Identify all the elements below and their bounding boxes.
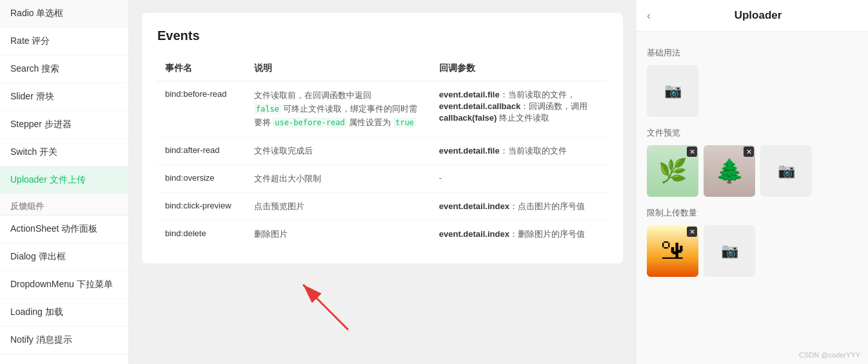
callback-after-read: event.detail.file：当前读取的文件 [431, 137, 607, 165]
palm-icon: 🌿 [658, 157, 687, 185]
preview-upload-placeholder[interactable]: 📷 [760, 145, 812, 197]
sidebar-section-feedback: 反馈组件 [0, 194, 128, 216]
close-tree-button[interactable]: ✕ [744, 147, 754, 157]
preview-pyramid-image[interactable]: ✕ 🏜 [647, 225, 698, 277]
sidebar-item-stepper[interactable]: Stepper 步进器 [0, 111, 128, 139]
col-header-callback: 回调参数 [431, 56, 607, 81]
callback-click-preview: event.detail.index：点击图片的序号值 [431, 193, 607, 221]
svg-line-1 [303, 285, 348, 330]
col-header-event: 事件名 [157, 56, 246, 81]
limit-upload-placeholder[interactable]: 📷 [704, 225, 755, 277]
camera-icon-2: 📷 [778, 163, 795, 179]
desc-oversize: 文件超出大小限制 [254, 174, 321, 183]
section-limit-label: 限制上传数量 [647, 207, 858, 219]
code-use-before-read: use-before-read [273, 117, 346, 128]
sidebar-item-rate[interactable]: Rate 评分 [0, 28, 128, 56]
preview-tree-image[interactable]: ✕ 🌲 [704, 145, 755, 197]
file-preview-grid: ✕ 🌿 ✕ 🌲 📷 [647, 145, 858, 197]
sidebar-item-slider[interactable]: Slider 滑块 [0, 83, 128, 111]
limit-preview-grid: ✕ 🏜 📷 [647, 225, 858, 277]
basic-upload-placeholder[interactable]: 📷 [647, 65, 698, 117]
event-name-after-read: bind:after-read [165, 145, 220, 155]
col-header-desc: 说明 [246, 56, 431, 81]
events-table: 事件名 说明 回调参数 bind:before-read 文件读取前，在回调函数… [157, 56, 607, 248]
basic-preview-grid: 📷 [647, 65, 858, 117]
right-panel-title: Uploader [658, 9, 858, 22]
main-content: Events 事件名 说明 回调参数 bind:before-read [129, 0, 636, 364]
watermark: CSDN @coderYYY [799, 351, 860, 359]
right-panel-header: ‹ Uploader [636, 0, 868, 32]
table-row: bind:oversize 文件超出大小限制 - [157, 165, 607, 193]
callback-before-read: event.detail.file：当前读取的文件， event.detail.… [431, 81, 607, 137]
table-row: bind:delete 删除图片 event.detail.index：删除图片… [157, 221, 607, 248]
events-title: Events [157, 28, 607, 43]
code-true: true [393, 117, 416, 128]
event-name-oversize: bind:oversize [165, 173, 215, 183]
table-row: bind:before-read 文件读取前，在回调函数中返回 false 可终… [157, 81, 607, 137]
sidebar-item-dialog[interactable]: Dialog 弹出框 [0, 243, 128, 271]
right-panel-body: 基础用法 📷 文件预览 ✕ 🌿 ✕ 🌲 📷 限制上传数量 ✕ [636, 32, 868, 298]
arrow-svg [284, 265, 361, 343]
desc-delete: 删除图片 [254, 229, 288, 239]
event-name-delete: bind:delete [165, 228, 206, 238]
event-name-click-preview: bind:click-preview [165, 201, 232, 210]
camera-icon-3: 📷 [721, 243, 738, 259]
sidebar-item-switch[interactable]: Switch 开关 [0, 139, 128, 167]
code-false: false [254, 104, 281, 114]
callback-oversize: - [431, 165, 607, 193]
events-card: Events 事件名 说明 回调参数 bind:before-read [142, 13, 623, 263]
right-panel: ‹ Uploader 基础用法 📷 文件预览 ✕ 🌿 ✕ 🌲 📷 [636, 0, 868, 364]
back-button[interactable]: ‹ [647, 10, 651, 21]
sidebar: Radio 单选框 Rate 评分 Search 搜索 Slider 滑块 St… [0, 0, 129, 364]
sidebar-item-notify[interactable]: Notify 消息提示 [0, 327, 128, 354]
sidebar-item-dropdownmenu[interactable]: DropdownMenu 下拉菜单 [0, 271, 128, 299]
preview-palm-image[interactable]: ✕ 🌿 [647, 145, 698, 197]
pyramid-icon: 🏜 [661, 238, 684, 265]
desc-after-read: 文件读取完成后 [254, 146, 313, 156]
sidebar-item-actionsheet[interactable]: ActionSheet 动作面板 [0, 216, 128, 243]
section-preview-label: 文件预览 [647, 127, 858, 139]
desc-click-preview: 点击预览图片 [254, 201, 304, 211]
table-row: bind:after-read 文件读取完成后 event.detail.fil… [157, 137, 607, 165]
sidebar-item-loading[interactable]: Loading 加载 [0, 299, 128, 327]
event-name-before-read: bind:before-read [165, 89, 226, 99]
table-row: bind:click-preview 点击预览图片 event.detail.i… [157, 193, 607, 221]
camera-icon: 📷 [664, 83, 682, 99]
arrow-annotation [284, 265, 361, 345]
sidebar-item-radio[interactable]: Radio 单选框 [0, 0, 128, 28]
sidebar-item-search[interactable]: Search 搜索 [0, 56, 128, 83]
close-palm-button[interactable]: ✕ [687, 147, 697, 157]
desc-before-read: 文件读取前，在回调函数中返回 false 可终止文件读取，绑定事件的同时需要将 … [254, 89, 424, 129]
tree-icon: 🌲 [715, 157, 744, 185]
sidebar-item-uploader[interactable]: Uploader 文件上传 [0, 167, 128, 194]
close-pyramid-button[interactable]: ✕ [687, 227, 697, 237]
callback-delete: event.detail.index：删除图片的序号值 [431, 221, 607, 248]
section-basic-label: 基础用法 [647, 47, 858, 59]
